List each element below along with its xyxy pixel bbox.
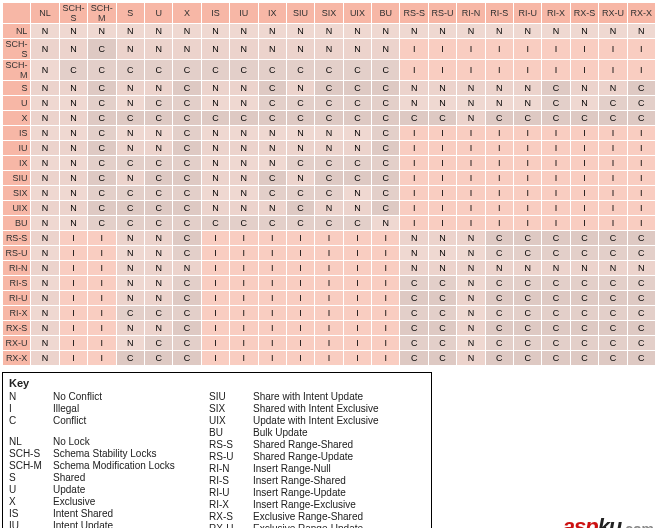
matrix-cell: I (599, 39, 627, 60)
matrix-cell: C (286, 96, 314, 111)
matrix-cell: I (88, 351, 116, 366)
matrix-cell: I (258, 261, 286, 276)
key-code: IS (9, 508, 53, 519)
matrix-cell: C (627, 321, 655, 336)
key-code: N (9, 391, 53, 402)
matrix-cell: N (230, 186, 258, 201)
matrix-cell: N (116, 96, 144, 111)
key-title: Key (9, 377, 425, 389)
matrix-cell: C (116, 111, 144, 126)
matrix-cell: I (315, 336, 343, 351)
key-column-left: NNo ConflictIIllegalCConflictNLNo LockSC… (9, 391, 209, 528)
matrix-cell: N (400, 96, 428, 111)
matrix-cell: I (627, 201, 655, 216)
matrix-cell: C (627, 246, 655, 261)
matrix-cell: C (599, 276, 627, 291)
matrix-cell: N (372, 216, 400, 231)
matrix-cell: N (59, 24, 87, 39)
matrix-cell: N (428, 96, 456, 111)
matrix-row: XNNCCCCCCCCCCCCCNCCCCCC (3, 111, 656, 126)
matrix-cell: C (343, 111, 371, 126)
matrix-cell: N (258, 156, 286, 171)
matrix-cell: C (116, 60, 144, 81)
matrix-cell: N (116, 321, 144, 336)
col-header: SCH-M (88, 3, 116, 24)
matrix-cell: N (514, 81, 542, 96)
matrix-cell: I (343, 246, 371, 261)
matrix-cell: C (343, 216, 371, 231)
matrix-cell: C (542, 321, 570, 336)
matrix-cell: N (627, 261, 655, 276)
matrix-cell: I (372, 291, 400, 306)
key-code: C (9, 415, 53, 426)
matrix-cell: N (201, 24, 229, 39)
matrix-cell: N (31, 156, 59, 171)
matrix-cell: N (116, 24, 144, 39)
matrix-cell: N (230, 201, 258, 216)
matrix-cell: N (201, 156, 229, 171)
matrix-cell: I (514, 39, 542, 60)
matrix-cell: N (542, 24, 570, 39)
matrix-cell: C (542, 96, 570, 111)
matrix-cell: C (599, 351, 627, 366)
col-header: S (116, 3, 144, 24)
matrix-cell: I (627, 216, 655, 231)
matrix-cell: C (173, 246, 201, 261)
key-code: I (9, 403, 53, 414)
matrix-cell: I (88, 321, 116, 336)
matrix-cell: I (428, 171, 456, 186)
matrix-cell: I (258, 231, 286, 246)
matrix-cell: C (116, 156, 144, 171)
matrix-cell: I (59, 261, 87, 276)
matrix-cell: C (542, 276, 570, 291)
matrix-cell: I (485, 141, 513, 156)
matrix-cell: I (570, 39, 598, 60)
matrix-cell: C (144, 171, 172, 186)
matrix-cell: N (258, 24, 286, 39)
matrix-cell: C (599, 96, 627, 111)
matrix-cell: C (372, 96, 400, 111)
matrix-cell: I (315, 321, 343, 336)
matrix-cell: C (372, 126, 400, 141)
matrix-cell: N (230, 96, 258, 111)
matrix-cell: I (485, 216, 513, 231)
matrix-row: SNNCNNCNNCNCCCNNNNNCNNC (3, 81, 656, 96)
matrix-cell: C (173, 231, 201, 246)
matrix-cell: C (88, 216, 116, 231)
matrix-cell: I (258, 306, 286, 321)
key-desc: Shared with Intent Exclusive (253, 403, 421, 414)
matrix-cell: I (457, 60, 485, 81)
matrix-cell: C (116, 351, 144, 366)
matrix-cell: N (230, 156, 258, 171)
matrix-cell: N (59, 39, 87, 60)
matrix-cell: N (31, 261, 59, 276)
matrix-cell: I (457, 186, 485, 201)
key-code: RI-X (209, 499, 253, 510)
matrix-cell: I (88, 336, 116, 351)
matrix-cell: N (315, 39, 343, 60)
matrix-cell: C (372, 171, 400, 186)
key-code: IU (9, 520, 53, 528)
matrix-cell: N (31, 141, 59, 156)
matrix-cell: I (286, 231, 314, 246)
matrix-cell: I (514, 171, 542, 186)
matrix-cell: C (173, 306, 201, 321)
matrix-cell: I (514, 141, 542, 156)
matrix-cell: I (485, 171, 513, 186)
matrix-cell: I (201, 231, 229, 246)
matrix-cell: N (286, 24, 314, 39)
matrix-header: NLSCH-SSCH-MSUXISIUIXSIUSIXUIXBURS-SRS-U… (3, 3, 656, 24)
matrix-cell: C (315, 216, 343, 231)
matrix-cell: N (31, 126, 59, 141)
matrix-cell: N (116, 141, 144, 156)
matrix-cell: C (258, 111, 286, 126)
matrix-cell: N (457, 291, 485, 306)
matrix-cell: I (457, 39, 485, 60)
matrix-cell: C (400, 276, 428, 291)
matrix-cell: C (315, 96, 343, 111)
matrix-cell: C (570, 306, 598, 321)
matrix-cell: C (116, 216, 144, 231)
matrix-cell: C (286, 216, 314, 231)
col-header: RI-U (514, 3, 542, 24)
matrix-cell: I (599, 126, 627, 141)
